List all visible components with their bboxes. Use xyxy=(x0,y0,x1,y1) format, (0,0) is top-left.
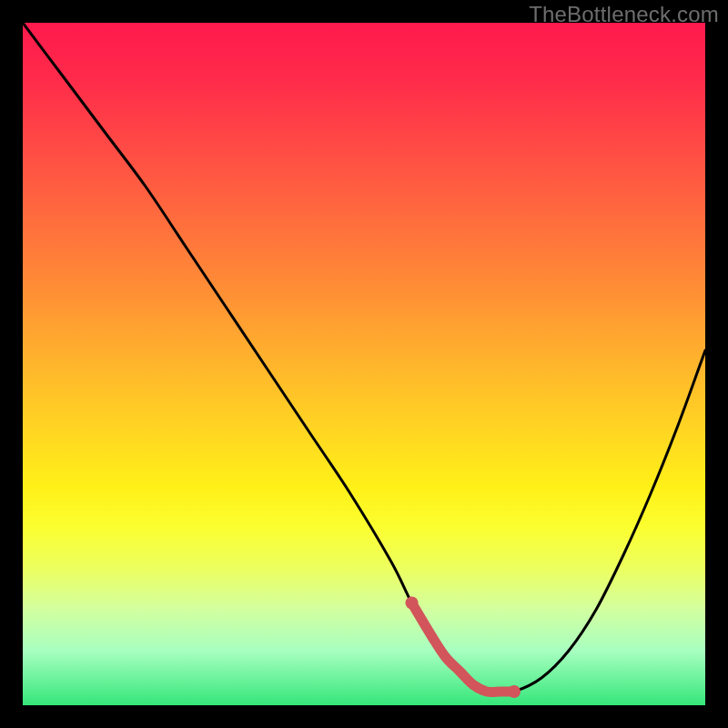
bottleneck-curve-path xyxy=(23,23,705,693)
bottleneck-highlight-start-dot xyxy=(406,597,419,610)
chart-frame: TheBottleneck.com xyxy=(0,0,728,728)
chart-plot-area xyxy=(23,23,705,705)
bottleneck-highlight-path xyxy=(412,603,515,693)
bottleneck-highlight-end-dot xyxy=(508,685,521,698)
bottleneck-curve-svg xyxy=(23,23,705,705)
